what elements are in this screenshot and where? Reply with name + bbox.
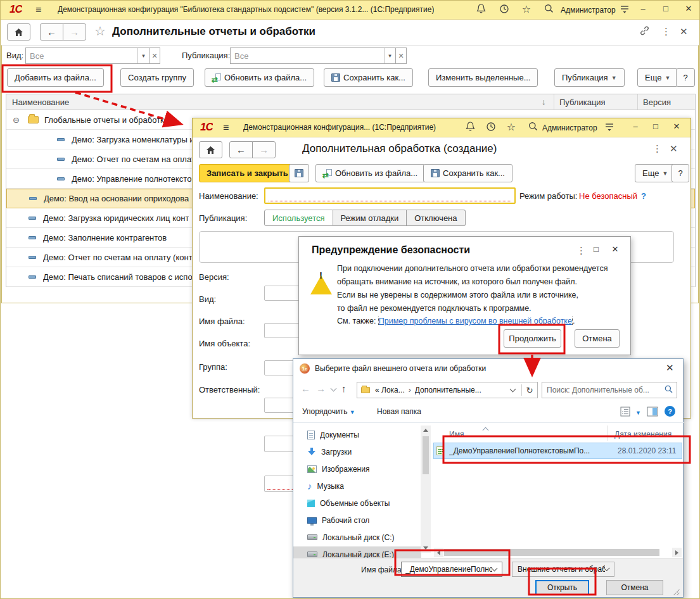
main-menu-icon[interactable]: ≡ — [35, 4, 41, 16]
dialog-close-button[interactable]: ✕ — [608, 244, 622, 254]
sidebar-item-desktop[interactable]: Рабочий стол — [293, 512, 421, 528]
dialog-cancel-button[interactable]: Отмена — [606, 580, 663, 595]
page-favorite-star-icon[interactable]: ☆ — [94, 23, 106, 39]
filename-dropdown-chevron-icon[interactable] — [492, 565, 498, 572]
save-as-button[interactable]: Сохранить как... — [423, 164, 512, 182]
list-scrollbar[interactable] — [444, 549, 659, 556]
filetype-combo[interactable]: Внешние отчеты и обработки — [512, 562, 614, 577]
sidebar-scroll-down[interactable] — [421, 543, 431, 553]
file-column-name[interactable]: Имя — [449, 430, 464, 439]
nav-up-icon[interactable]: ↑ — [341, 383, 347, 394]
organize-menu[interactable]: Упорядочить ▼ — [302, 407, 355, 416]
sidebar-item-music[interactable]: ♪Музыка — [293, 478, 421, 494]
history-icon[interactable] — [485, 122, 497, 134]
file-row-selected[interactable]: _ДемоУправлениеПолнотекстовымПо... 28.01… — [433, 443, 682, 459]
page-menu-kebab-icon[interactable]: ⋮ — [652, 143, 662, 154]
more-button[interactable]: Еще▼ — [637, 68, 678, 87]
dialog-menu-kebab-icon[interactable]: ⋮ — [576, 245, 586, 256]
home-button[interactable] — [7, 23, 30, 41]
list-scroll-left[interactable] — [434, 548, 443, 557]
address-prefix[interactable]: « Лока... — [375, 386, 405, 394]
refresh-icon[interactable]: ↻ — [522, 386, 537, 395]
back-button[interactable]: ← — [229, 141, 253, 158]
search-icon[interactable] — [665, 385, 673, 395]
filename-combo[interactable]: _ДемоУправлениеПолнотекст — [401, 562, 502, 577]
main-menu-icon[interactable]: ≡ — [223, 122, 229, 134]
column-version[interactable]: Версия — [637, 94, 696, 110]
forward-button[interactable]: → — [63, 23, 86, 41]
resize-grip[interactable] — [673, 589, 680, 595]
help-button[interactable]: ? — [671, 164, 689, 182]
new-folder-button[interactable]: Новая папка — [377, 407, 421, 416]
edit-selected-button[interactable]: Изменить выделенные... — [428, 68, 538, 87]
current-user[interactable]: Администратор — [561, 6, 616, 15]
pub-filter-combo[interactable]: Все ▾ — [230, 47, 396, 64]
preview-pane-icon[interactable] — [647, 407, 658, 419]
nav-recent-chevron-icon[interactable] — [331, 386, 337, 392]
pub-clear-icon[interactable]: ✕ — [396, 47, 407, 64]
create-group-button[interactable]: Создать группу — [120, 68, 194, 87]
pub-option-disabled[interactable]: Отключена — [407, 210, 465, 226]
back-button[interactable]: ← — [40, 23, 63, 41]
table-header[interactable]: Наименование ↓ Публикация Версия — [6, 94, 695, 110]
help-icon[interactable]: ? — [665, 406, 675, 417]
settings-lines-icon[interactable] — [618, 4, 631, 16]
sidebar-item-pictures[interactable]: Изображения — [293, 461, 421, 477]
sidebar-item-disk-c[interactable]: Локальный диск (C:) — [293, 529, 421, 545]
page-menu-kebab-icon[interactable]: ⋮ — [661, 26, 671, 37]
vid-clear-icon[interactable]: ✕ — [150, 47, 160, 64]
update-from-file-button[interactable]: ⇄ Обновить из файла... — [315, 164, 425, 182]
open-button[interactable]: Открыть — [535, 580, 589, 595]
search-icon[interactable] — [526, 122, 539, 133]
save-as-button[interactable]: Сохранить как... — [324, 68, 413, 87]
notifications-bell-icon[interactable] — [464, 122, 476, 134]
maximize-button[interactable]: □ — [659, 4, 673, 13]
address-current-folder[interactable]: Дополнительные... — [415, 386, 511, 394]
close-button[interactable]: ✕ — [682, 4, 696, 13]
virus-example-link[interactable]: Пример проблемы с вирусом во внешней обр… — [378, 317, 573, 325]
view-mode-chevron-icon[interactable]: ▼ — [635, 410, 641, 416]
sidebar-item-3d-objects[interactable]: Объемные объекты — [293, 495, 421, 511]
maximize-button[interactable]: □ — [649, 122, 663, 131]
vid-dropdown-icon[interactable]: ▾ — [137, 48, 149, 63]
page-close-icon[interactable]: ✕ — [670, 143, 678, 154]
nav-back-icon[interactable]: ← — [301, 383, 310, 394]
link-icon[interactable] — [639, 25, 650, 38]
pub-option-debug[interactable]: Режим отладки — [333, 210, 407, 226]
sidebar-item-documents[interactable]: Документы — [293, 427, 421, 443]
cancel-button[interactable]: Отмена — [575, 329, 620, 348]
save-button[interactable] — [289, 164, 309, 182]
notifications-bell-icon[interactable] — [474, 4, 487, 16]
work-mode-help-icon[interactable]: ? — [641, 191, 646, 201]
update-from-file-button[interactable]: ⇄ Обновить из файла... — [205, 68, 314, 87]
sidebar-item-downloads[interactable]: Загрузки — [293, 444, 421, 460]
file-column-date[interactable]: Дата изменения — [614, 430, 671, 439]
favorites-star-icon[interactable]: ☆ — [520, 3, 533, 15]
close-button[interactable]: ✕ — [670, 122, 684, 131]
favorites-star-icon[interactable]: ☆ — [505, 121, 518, 133]
sidebar-scrollbar[interactable] — [421, 426, 431, 543]
pub-dropdown-icon[interactable]: ▾ — [384, 48, 395, 63]
column-publication[interactable]: Публикация — [554, 94, 636, 110]
column-name[interactable]: Наименование — [6, 94, 538, 110]
collapse-icon[interactable]: ⊖ — [13, 115, 23, 125]
view-mode-icon[interactable] — [620, 406, 633, 419]
search-box[interactable]: Поиск: Дополнительные об... — [542, 382, 677, 398]
nav-forward-icon[interactable]: → — [316, 383, 326, 394]
pub-option-used[interactable]: Используется — [264, 210, 333, 226]
address-bar[interactable]: « Лока... › Дополнительные... ↻ — [357, 382, 538, 398]
add-from-file-button[interactable]: Добавить из файла... — [7, 68, 104, 87]
name-input[interactable] — [264, 187, 516, 204]
minimize-button[interactable]: – — [628, 122, 642, 131]
forward-button[interactable]: → — [252, 141, 276, 158]
save-and-close-button[interactable]: Записать и закрыть — [199, 164, 296, 182]
page-close-icon[interactable]: ✕ — [680, 26, 688, 37]
publication-menu-button[interactable]: Публикация▼ — [554, 68, 625, 87]
settings-lines-icon[interactable] — [603, 122, 616, 134]
minimize-button[interactable]: – — [636, 4, 650, 13]
history-icon[interactable] — [498, 4, 511, 16]
address-dropdown-chevron-icon[interactable] — [510, 386, 516, 393]
list-scroll-right[interactable] — [672, 548, 682, 557]
home-button[interactable] — [199, 141, 222, 158]
dialog-maximize-button[interactable]: □ — [589, 244, 603, 254]
